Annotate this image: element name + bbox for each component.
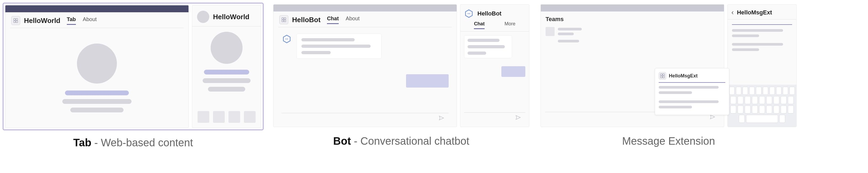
- svg-rect-17: [663, 76, 664, 78]
- msgext-mobile-panel: ‹ HelloMsgExt: [727, 4, 797, 127]
- skeleton-line: [558, 40, 579, 43]
- skeleton-line: [659, 100, 719, 103]
- outgoing-bubble: [406, 74, 448, 88]
- incoming-message: [281, 34, 448, 59]
- chat-body: [274, 27, 457, 127]
- skeleton-line: [468, 51, 486, 55]
- app-icon: [659, 72, 666, 79]
- compose-bar[interactable]: [464, 113, 525, 123]
- mobile-title: HelloWorld: [213, 13, 249, 21]
- skeleton-line: [65, 91, 129, 95]
- window-titlebar: [541, 4, 724, 11]
- send-icon[interactable]: [438, 115, 444, 122]
- mobile-content: [192, 26, 261, 128]
- caption-bold: Tab: [73, 137, 91, 148]
- bot-mobile-body: [460, 31, 529, 127]
- svg-rect-0: [14, 19, 16, 21]
- keyboard[interactable]: [728, 84, 796, 127]
- tab-tab[interactable]: Tab: [67, 16, 76, 25]
- tab-capability-group: HelloWorld Tab About: [3, 3, 264, 149]
- team-icon: [546, 27, 555, 36]
- svg-rect-1: [16, 19, 18, 21]
- tab-chat[interactable]: Chat: [474, 21, 485, 29]
- popup-title: HelloMsgExt: [669, 73, 698, 79]
- skeleton-lines: [62, 91, 131, 113]
- bot-caption: Bot - Conversational chatbot: [333, 135, 469, 147]
- skeleton-line: [659, 91, 692, 94]
- tile[interactable]: [213, 111, 225, 123]
- bot-mobile-header: HelloBot: [460, 4, 529, 21]
- svg-rect-16: [660, 76, 662, 78]
- compose-bar[interactable]: [281, 113, 448, 124]
- send-icon[interactable]: [515, 115, 521, 122]
- svg-point-10: [287, 39, 288, 39]
- skeleton-line: [732, 48, 759, 51]
- msgext-main: HelloMsgExt: [541, 57, 724, 127]
- sidebar-item[interactable]: [546, 40, 605, 43]
- tab-about[interactable]: About: [83, 16, 97, 25]
- avatar-placeholder-icon: [77, 44, 117, 83]
- svg-rect-3: [16, 21, 18, 23]
- mobile-header: HelloWorld: [192, 5, 261, 26]
- popup-header: HelloMsgExt: [659, 72, 725, 79]
- tab-about[interactable]: About: [346, 16, 360, 24]
- outgoing-message: [501, 66, 525, 77]
- app-name: HelloWorld: [24, 17, 60, 25]
- skeleton-line: [558, 32, 574, 35]
- tab-content-placeholder: [5, 28, 188, 128]
- mobile-title: HelloMsgExt: [737, 9, 772, 16]
- svg-rect-7: [284, 20, 286, 22]
- svg-marker-8: [283, 35, 290, 43]
- avatar-icon: [197, 11, 209, 23]
- tab-chat[interactable]: Chat: [327, 16, 339, 24]
- svg-point-9: [285, 39, 286, 39]
- tab-more[interactable]: More: [504, 21, 516, 29]
- skeleton-line: [203, 78, 251, 83]
- bottom-tiles: [197, 111, 256, 123]
- svg-point-12: [468, 13, 468, 14]
- svg-rect-4: [282, 18, 284, 20]
- skeleton-line: [468, 39, 499, 42]
- tab-row: Chat About: [327, 16, 360, 24]
- bot-header: HelloBot Chat About: [274, 11, 457, 27]
- bot-desktop-panel: HelloBot Chat About: [273, 4, 457, 127]
- tile[interactable]: [244, 111, 256, 123]
- svg-marker-11: [465, 10, 472, 17]
- tab-desktop-panel: HelloWorld Tab About: [5, 5, 189, 128]
- svg-rect-14: [660, 74, 662, 76]
- skeleton-line: [732, 43, 783, 46]
- tab-mobile-panel: HelloWorld: [192, 5, 261, 128]
- msgext-desktop-panel: Teams: [540, 4, 724, 127]
- popup-search-underline[interactable]: [659, 82, 725, 83]
- back-chevron-icon[interactable]: ‹: [732, 8, 734, 17]
- selected-outline: HelloWorld Tab About: [3, 3, 264, 130]
- msgext-caption: Message Extension: [622, 135, 715, 147]
- bot-hex-icon: [281, 34, 292, 44]
- tile[interactable]: [228, 111, 240, 123]
- tile[interactable]: [197, 111, 209, 123]
- skeleton-line: [558, 28, 582, 30]
- teams-sidebar: Teams: [541, 11, 610, 50]
- tab-header: HelloWorld Tab About: [5, 12, 188, 28]
- search-underline[interactable]: [732, 24, 792, 25]
- bot-hex-icon: [464, 9, 474, 19]
- msgext-popup: HelloMsgExt: [655, 68, 729, 115]
- caption-bold: Bot: [333, 135, 351, 147]
- avatar-placeholder-icon: [211, 32, 243, 64]
- skeleton-line: [732, 34, 759, 37]
- bot-capability-group: HelloBot Chat About: [272, 3, 531, 149]
- window-titlebar: [5, 5, 188, 12]
- bot-mobile-panel: HelloBot Chat More: [460, 4, 529, 127]
- window-titlebar: [274, 4, 457, 11]
- app-name: HelloBot: [292, 16, 320, 24]
- message-bubble: [296, 34, 381, 59]
- sidebar-item[interactable]: [546, 27, 605, 36]
- message-bubble: [464, 35, 512, 58]
- caption-rest: - Web-based content: [91, 137, 193, 148]
- skeleton-line: [301, 38, 355, 41]
- app-icon: [11, 16, 20, 25]
- svg-rect-5: [284, 18, 286, 20]
- svg-rect-6: [282, 20, 284, 22]
- tab-caption: Tab - Web-based content: [73, 137, 193, 149]
- sidebar-title: Teams: [546, 16, 605, 23]
